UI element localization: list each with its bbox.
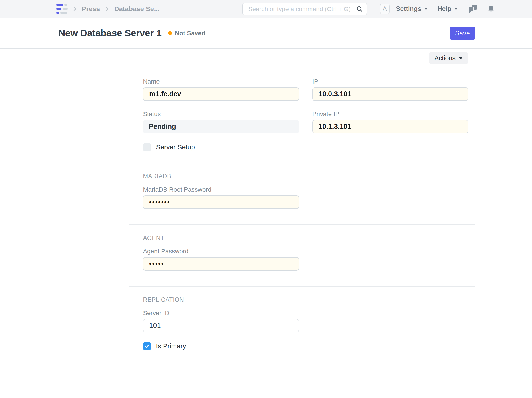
chevron-right-icon <box>71 6 78 12</box>
agent-password-label: Agent Password <box>143 248 299 255</box>
settings-menu-label: Settings <box>396 5 421 13</box>
private-ip-label: Private IP <box>312 110 468 118</box>
field-private-ip: Private IP <box>312 110 468 133</box>
agent-password-input[interactable] <box>143 257 299 270</box>
search-icon <box>356 6 363 13</box>
name-input[interactable] <box>143 87 299 101</box>
ip-input[interactable] <box>312 87 468 101</box>
status-label: Status <box>143 110 299 118</box>
mariadb-root-password-input[interactable] <box>143 195 299 209</box>
status-badge: Not Saved <box>168 30 205 37</box>
mariadb-section-heading: MARIADB <box>143 173 467 180</box>
navbar-actions: A Settings Help <box>380 0 495 18</box>
is-primary-label: Is Primary <box>156 342 186 350</box>
server-id-input[interactable] <box>143 319 299 332</box>
breadcrumb-item-database-servers[interactable]: Database Se... <box>114 5 159 13</box>
chevron-right-icon <box>104 6 110 12</box>
field-ip: IP <box>312 78 468 101</box>
breadcrumb-item-press[interactable]: Press <box>82 5 100 13</box>
private-ip-input[interactable] <box>312 120 468 133</box>
page-title: New Database Server 1 <box>58 28 162 39</box>
navbar: Press Database Se... A Settings Help <box>0 0 532 18</box>
avatar[interactable]: A <box>380 4 390 14</box>
notifications-bell-icon[interactable] <box>487 5 495 13</box>
agent-section-heading: AGENT <box>143 235 467 242</box>
page-content: Actions Name IP Status <box>0 49 532 398</box>
ip-label: IP <box>312 78 468 85</box>
chevron-down-icon <box>454 7 458 10</box>
page-header: New Database Server 1 Not Saved Save <box>0 18 532 49</box>
status-value: Pending <box>143 120 299 133</box>
mariadb-root-password-label: MariaDB Root Password <box>143 186 299 193</box>
not-saved-label: Not Saved <box>175 30 205 37</box>
section-basic: Name IP Status Pending Private IP <box>129 68 475 163</box>
field-agent-password: Agent Password <box>143 248 299 270</box>
save-button[interactable]: Save <box>450 26 475 40</box>
server-id-label: Server ID <box>143 309 299 317</box>
global-search <box>242 3 367 15</box>
form-card: Actions Name IP Status <box>129 49 475 369</box>
replication-section-heading: REPLICATION <box>143 296 467 303</box>
app-logo[interactable] <box>56 4 68 14</box>
actions-button-label: Actions <box>434 55 456 62</box>
form-toolbar: Actions <box>129 49 475 68</box>
section-mariadb: MARIADB MariaDB Root Password <box>129 163 475 225</box>
not-saved-dot-icon <box>168 31 172 35</box>
field-is-primary: Is Primary <box>143 342 467 350</box>
field-server-setup: Server Setup <box>143 143 467 151</box>
breadcrumb: Press Database Se... <box>56 0 159 18</box>
check-icon <box>144 343 150 349</box>
server-setup-checkbox[interactable] <box>143 143 151 151</box>
server-setup-label: Server Setup <box>156 143 195 151</box>
avatar-letter: A <box>383 5 387 12</box>
field-server-id: Server ID <box>143 309 299 332</box>
chevron-down-icon <box>459 57 463 59</box>
field-status: Status Pending <box>143 110 299 133</box>
section-agent: AGENT Agent Password <box>129 225 475 287</box>
actions-button[interactable]: Actions <box>429 52 468 64</box>
field-name: Name <box>143 78 299 101</box>
search-input[interactable] <box>242 3 367 15</box>
help-menu[interactable]: Help <box>437 5 458 13</box>
chat-icon[interactable] <box>468 5 477 13</box>
chevron-down-icon <box>424 7 428 10</box>
help-menu-label: Help <box>437 5 451 13</box>
name-label: Name <box>143 78 299 85</box>
settings-menu[interactable]: Settings <box>396 5 428 13</box>
app-window: Press Database Se... A Settings Help <box>0 0 532 398</box>
field-mariadb-root-password: MariaDB Root Password <box>143 186 299 209</box>
is-primary-checkbox[interactable] <box>143 342 151 350</box>
section-replication: REPLICATION Server ID Is Primary <box>129 287 475 366</box>
